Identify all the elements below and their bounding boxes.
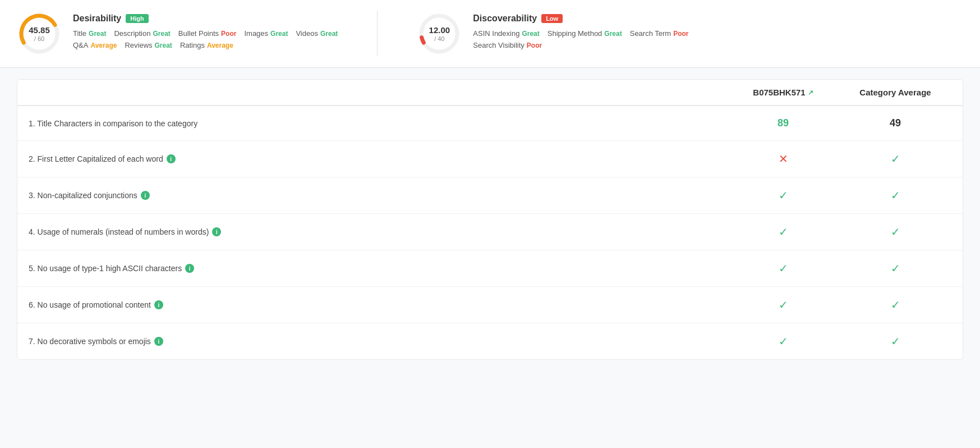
metric-ratings: Ratings Average [180, 41, 233, 49]
metric-qa: Q&A Average [73, 41, 117, 49]
row-label: 2. First Letter Capitalized of each word… [29, 154, 727, 163]
main-content: B075BHK571 ↗ Category Average 1. Title C… [0, 68, 980, 371]
discoverability-title: Discoverability Low [473, 13, 688, 24]
discoverability-score: 12.00 [429, 26, 450, 35]
asin-column-header: B075BHK571 ↗ [727, 88, 839, 97]
row-label: 4. Usage of numerals (instead of numbers… [29, 227, 727, 236]
info-icon[interactable]: i [185, 264, 194, 273]
desirability-gauge: 45.85 / 60 [17, 11, 62, 56]
metric-asin-indexing: ASIN Indexing Great [473, 29, 539, 38]
desirability-badge: High [126, 14, 148, 23]
row-label: 3. Non-capitalized conjunctions i [29, 191, 727, 200]
desirability-section: 45.85 / 60 Desirability High Title Great… [17, 11, 338, 56]
desirability-score: 45.85 [29, 26, 50, 35]
row-label: 1. Title Characters in comparison to the… [29, 119, 727, 128]
discoverability-badge: Low [541, 14, 563, 23]
table-row: 7. No decorative symbols or emojis i ✓ ✓ [17, 323, 963, 359]
row-label: 7. No decorative symbols or emojis i [29, 337, 727, 346]
metric-reviews: Reviews Great [125, 41, 172, 49]
info-icon[interactable]: i [154, 300, 163, 309]
metric-description: Description Great [114, 29, 170, 38]
info-icon[interactable]: i [167, 154, 176, 163]
asin-value: ✓ [727, 225, 839, 239]
cat-value: ✓ [839, 225, 951, 239]
desirability-row2: Q&A Average Reviews Great Ratings Averag… [73, 41, 338, 49]
metric-search-term: Search Term Poor [630, 29, 689, 38]
table-row: 6. No usage of promotional content i ✓ ✓ [17, 287, 963, 323]
comparison-table: B075BHK571 ↗ Category Average 1. Title C… [17, 79, 963, 360]
cat-value: ✓ [839, 152, 951, 166]
table-row: 4. Usage of numerals (instead of numbers… [17, 214, 963, 250]
cat-value: ✓ [839, 189, 951, 202]
asin-value: ✓ [727, 335, 839, 348]
row-label: 6. No usage of promotional content i [29, 300, 727, 309]
asin-value: 89 [727, 117, 839, 129]
desirability-total: / 60 [29, 35, 50, 42]
cat-value: ✓ [839, 262, 951, 275]
desirability-title: Desirability High [73, 13, 338, 24]
info-icon[interactable]: i [141, 191, 150, 200]
info-icon[interactable]: i [154, 337, 163, 346]
discoverability-info: Discoverability Low ASIN Indexing Great … [473, 11, 688, 49]
category-avg-column-header: Category Average [839, 88, 951, 97]
metric-videos: Videos Great [296, 29, 338, 38]
asin-value: ✓ [727, 189, 839, 202]
discoverability-total: / 40 [429, 35, 450, 42]
row-label: 5. No usage of type-1 high ASCII charact… [29, 264, 727, 273]
asin-value: ✓ [727, 262, 839, 275]
table-row: 1. Title Characters in comparison to the… [17, 106, 963, 141]
external-link-icon[interactable]: ↗ [808, 89, 813, 97]
asin-value: ✕ [727, 152, 839, 166]
top-panel: 45.85 / 60 Desirability High Title Great… [0, 0, 980, 68]
panel-divider [377, 11, 378, 56]
desirability-info: Desirability High Title Great Descriptio… [73, 11, 338, 49]
discoverability-gauge: 12.00 / 40 [417, 11, 462, 56]
metric-bullet-points: Bullet Points Poor [178, 29, 237, 38]
table-row: 2. First Letter Capitalized of each word… [17, 141, 963, 177]
discoverability-row1: ASIN Indexing Great Shipping Method Grea… [473, 29, 688, 38]
asin-value: ✓ [727, 298, 839, 312]
desirability-row1: Title Great Description Great Bullet Poi… [73, 29, 338, 38]
discoverability-section: 12.00 / 40 Discoverability Low ASIN Inde… [417, 11, 688, 56]
metric-search-visibility: Search Visibility Poor [473, 41, 542, 49]
metric-title: Title Great [73, 29, 106, 38]
table-row: 3. Non-capitalized conjunctions i ✓ ✓ [17, 177, 963, 214]
metric-shipping-method: Shipping Method Great [547, 29, 622, 38]
cat-value: ✓ [839, 298, 951, 312]
table-row: 5. No usage of type-1 high ASCII charact… [17, 250, 963, 287]
discoverability-row2: Search Visibility Poor [473, 41, 688, 49]
table-header: B075BHK571 ↗ Category Average [17, 80, 963, 106]
cat-value: ✓ [839, 335, 951, 348]
cat-value: 49 [839, 117, 951, 129]
info-icon[interactable]: i [212, 227, 221, 236]
metric-images: Images Great [244, 29, 288, 38]
